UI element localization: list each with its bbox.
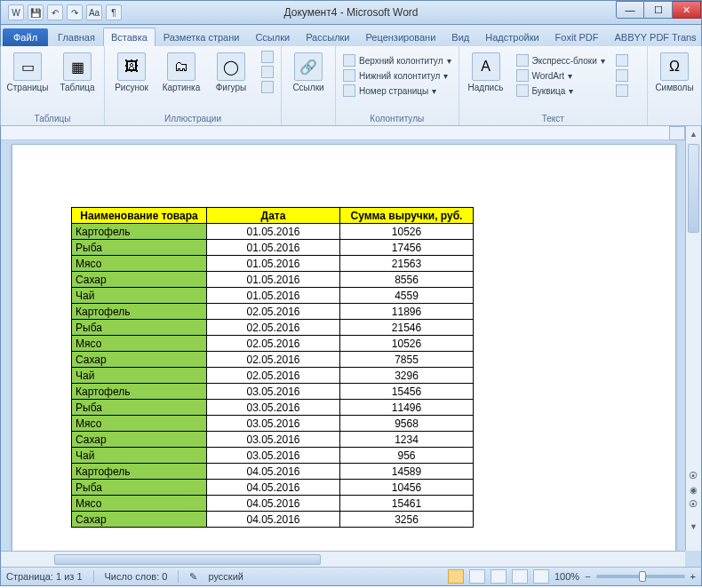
sig-button[interactable] bbox=[612, 53, 632, 68]
web-layout-view[interactable] bbox=[491, 569, 507, 584]
tab-0[interactable]: Главная bbox=[50, 28, 103, 46]
table-row[interactable]: Картофель04.05.201614589 bbox=[72, 464, 474, 480]
table-row[interactable]: Мясо02.05.201610526 bbox=[72, 336, 474, 352]
data-table[interactable]: Наименование товараДатаСумма выручки, ру… bbox=[71, 207, 474, 528]
cell[interactable]: 03.05.2016 bbox=[207, 448, 340, 464]
column-header[interactable]: Сумма выручки, руб. bbox=[340, 208, 474, 224]
dropcap-button[interactable]: Буквица ▾ bbox=[513, 83, 609, 98]
minimize-button[interactable]: — bbox=[616, 1, 644, 19]
cell[interactable]: 10456 bbox=[340, 480, 474, 496]
cell[interactable]: Чай bbox=[72, 288, 207, 304]
app-icon[interactable]: W bbox=[8, 4, 24, 20]
scroll-thumb[interactable] bbox=[54, 554, 321, 565]
cell[interactable]: Картофель bbox=[72, 384, 207, 400]
cell[interactable]: 1234 bbox=[340, 432, 474, 448]
cell[interactable]: Сахар bbox=[72, 272, 207, 288]
page-status[interactable]: Страница: 1 из 1 bbox=[6, 571, 83, 582]
cell[interactable]: Картофель bbox=[72, 464, 207, 480]
language-status[interactable]: русский bbox=[208, 571, 243, 582]
textbox-button[interactable]: AНадпись bbox=[463, 50, 509, 95]
horizontal-scrollbar[interactable] bbox=[1, 551, 685, 567]
symbols-button[interactable]: ΩСимволы bbox=[651, 50, 698, 95]
zoom-knob[interactable] bbox=[639, 571, 646, 582]
cell[interactable]: 02.05.2016 bbox=[207, 352, 340, 368]
cell[interactable]: 9568 bbox=[340, 416, 474, 432]
table-row[interactable]: Картофель02.05.201611896 bbox=[72, 304, 474, 320]
cell[interactable]: 04.05.2016 bbox=[207, 512, 340, 528]
cell[interactable]: 10526 bbox=[340, 224, 474, 240]
tab-7[interactable]: Надстройки bbox=[477, 28, 546, 46]
page-number-button[interactable]: Номер страницы ▾ bbox=[339, 83, 455, 98]
quickparts-button[interactable]: Экспресс-блоки ▾ bbox=[513, 53, 609, 68]
cell[interactable]: 02.05.2016 bbox=[207, 368, 340, 384]
document-page[interactable]: Наименование товараДатаСумма выручки, ру… bbox=[12, 144, 676, 551]
browse-next-icon[interactable]: ⦿ bbox=[687, 499, 699, 512]
cell[interactable]: 10526 bbox=[340, 336, 474, 352]
cell[interactable]: Чай bbox=[72, 368, 207, 384]
cell[interactable]: Сахар bbox=[72, 352, 207, 368]
header-button[interactable]: Верхний колонтитул ▾ bbox=[339, 53, 455, 68]
cell[interactable]: Мясо bbox=[72, 496, 207, 512]
tab-2[interactable]: Разметка страни bbox=[156, 28, 248, 46]
undo-icon[interactable]: ↶ bbox=[47, 4, 63, 20]
obj-button[interactable] bbox=[612, 83, 632, 98]
draft-view[interactable] bbox=[533, 569, 549, 584]
zoom-level[interactable]: 100% bbox=[554, 571, 579, 582]
table-row[interactable]: Мясо04.05.201615461 bbox=[72, 496, 474, 512]
table-row[interactable]: Сахар02.05.20167855 bbox=[72, 352, 474, 368]
cell[interactable]: 17456 bbox=[340, 240, 474, 256]
cell[interactable]: 14589 bbox=[340, 464, 474, 480]
file-tab[interactable]: Файл bbox=[3, 28, 48, 46]
wordart-button[interactable]: WordArt ▾ bbox=[513, 68, 609, 83]
cell[interactable]: Рыба bbox=[72, 240, 207, 256]
tab-1[interactable]: Вставка bbox=[103, 28, 156, 46]
tab-8[interactable]: Foxit PDF bbox=[547, 28, 607, 46]
tab-6[interactable]: Вид bbox=[443, 28, 477, 46]
chart-button[interactable] bbox=[258, 65, 277, 79]
cell[interactable]: Мясо bbox=[72, 416, 207, 432]
clipart-button[interactable]: 🗂Картинка bbox=[158, 50, 204, 95]
column-header[interactable]: Дата bbox=[207, 208, 340, 224]
cell[interactable]: 02.05.2016 bbox=[207, 336, 340, 352]
cell[interactable]: 04.05.2016 bbox=[207, 480, 340, 496]
cell[interactable]: 02.05.2016 bbox=[207, 320, 340, 336]
qat-btn[interactable]: Aa bbox=[86, 4, 102, 20]
cell[interactable]: 15461 bbox=[340, 496, 474, 512]
table-row[interactable]: Чай03.05.2016956 bbox=[72, 448, 474, 464]
maximize-button[interactable]: ☐ bbox=[644, 1, 673, 19]
table-row[interactable]: Чай01.05.20164559 bbox=[72, 288, 474, 304]
cell[interactable]: Картофель bbox=[72, 224, 207, 240]
horizontal-ruler[interactable] bbox=[1, 126, 685, 140]
cell[interactable]: Чай bbox=[72, 448, 207, 464]
table-row[interactable]: Рыба02.05.201621546 bbox=[72, 320, 474, 336]
table-row[interactable]: Мясо01.05.201621563 bbox=[72, 256, 474, 272]
close-button[interactable]: ✕ bbox=[673, 1, 701, 19]
cell[interactable]: Рыба bbox=[72, 320, 207, 336]
cell[interactable]: 01.05.2016 bbox=[207, 256, 340, 272]
cell[interactable]: 21546 bbox=[340, 320, 474, 336]
cell[interactable]: 04.05.2016 bbox=[207, 464, 340, 480]
qat-btn[interactable]: ¶ bbox=[106, 4, 122, 20]
table-row[interactable]: Картофель03.05.201615456 bbox=[72, 384, 474, 400]
footer-button[interactable]: Нижний колонтитул ▾ bbox=[339, 68, 455, 83]
table-row[interactable]: Чай02.05.20163296 bbox=[72, 368, 474, 384]
cell[interactable]: 03.05.2016 bbox=[207, 432, 340, 448]
outline-view[interactable] bbox=[512, 569, 528, 584]
cell[interactable]: 01.05.2016 bbox=[207, 240, 340, 256]
tab-5[interactable]: Рецензировани bbox=[358, 28, 444, 46]
cell[interactable]: 03.05.2016 bbox=[207, 416, 340, 432]
browse-select-icon[interactable]: ◉ bbox=[687, 485, 699, 497]
cell[interactable]: Рыба bbox=[72, 400, 207, 416]
tab-9[interactable]: ABBYY PDF Trans bbox=[607, 28, 702, 46]
cell[interactable]: 01.05.2016 bbox=[207, 224, 340, 240]
cell[interactable]: Мясо bbox=[72, 336, 207, 352]
date-button[interactable] bbox=[612, 68, 632, 83]
cell[interactable]: Сахар bbox=[72, 432, 207, 448]
fullscreen-reading-view[interactable] bbox=[469, 569, 485, 584]
cell[interactable]: 8556 bbox=[340, 272, 474, 288]
cell[interactable]: 3296 bbox=[340, 368, 474, 384]
links-button[interactable]: 🔗Ссылки bbox=[285, 50, 331, 95]
cell[interactable]: 03.05.2016 bbox=[207, 400, 340, 416]
proofing-icon[interactable]: ✎ bbox=[189, 571, 197, 583]
cell[interactable]: Мясо bbox=[72, 256, 207, 272]
